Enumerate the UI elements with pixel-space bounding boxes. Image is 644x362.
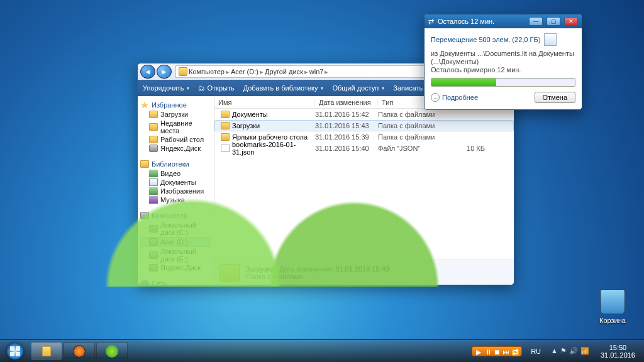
pages-icon xyxy=(544,33,557,46)
recycle-bin-label: Корзина xyxy=(594,317,631,324)
dialog-heading: Перемещение 500 элем. (22,0 ГБ) xyxy=(431,33,575,46)
svg-point-0 xyxy=(7,343,23,359)
breadcrumb[interactable]: Компьютер▸ Acer (D:)▸ Другой диск▸ win7▸ xyxy=(175,65,456,78)
start-button[interactable] xyxy=(0,340,30,362)
folder-icon xyxy=(221,133,230,141)
file-row[interactable]: bookmarks-2016-01-31.json31.01.2016 15:4… xyxy=(214,143,514,154)
folder-icon xyxy=(221,122,230,129)
system-tray: ▶⏸⏹⏭🔁 RU ▲⚑🔊📶 15:50 31.01.2016 xyxy=(467,340,644,362)
sidebar-network-header[interactable]: Сеть xyxy=(140,278,211,285)
toolbar-add-library[interactable]: Добавить в библиотеку xyxy=(243,84,324,92)
sidebar-item[interactable]: Рабочий стол xyxy=(140,135,211,144)
file-row[interactable]: Документы31.01.2016 15:42Папка с файлами xyxy=(214,109,514,120)
folder-icon xyxy=(179,67,187,76)
minimize-button[interactable]: — xyxy=(529,17,543,26)
sidebar-item[interactable]: Локальный диск (C:) xyxy=(140,221,211,237)
folder-icon xyxy=(219,264,240,282)
sidebar-item[interactable]: Недавние места xyxy=(140,119,211,135)
sidebar-item[interactable]: Загрузки xyxy=(140,110,211,119)
sidebar-item[interactable]: Яндекс.Диск xyxy=(140,263,211,272)
maximize-button[interactable]: ▢ xyxy=(547,17,560,26)
progress-bar xyxy=(431,78,575,87)
dialog-source-dest: из Документы ...\Documents.lit на Докуме… xyxy=(431,50,575,74)
file-row[interactable]: Загрузки31.01.2016 15:43Папка с файлами xyxy=(214,120,514,131)
taskbar-firefox[interactable] xyxy=(64,342,95,360)
sidebar-libraries-header[interactable]: Библиотеки xyxy=(140,159,211,169)
toolbar-open[interactable]: 🗂Открыть xyxy=(198,84,234,92)
media-controls[interactable]: ▶⏸⏹⏭🔁 xyxy=(472,346,522,356)
cancel-button[interactable]: Отмена xyxy=(535,92,575,103)
file-icon xyxy=(221,145,230,152)
sidebar-favorites-header[interactable]: Избранное xyxy=(140,100,211,110)
toolbar-share[interactable]: Общий доступ xyxy=(332,84,384,92)
folder-icon xyxy=(221,111,230,118)
close-button[interactable]: ✕ xyxy=(564,17,578,26)
sidebar-item[interactable]: Музыка xyxy=(140,195,211,204)
clock[interactable]: 15:50 31.01.2016 xyxy=(597,344,639,359)
file-list: Имя Дата изменения Тип Размер Документы3… xyxy=(214,96,514,285)
dialog-title: Осталось 12 мин. xyxy=(438,18,525,25)
sidebar-item[interactable]: Локальный диск (E:) xyxy=(140,247,211,263)
recycle-bin[interactable]: Корзина xyxy=(594,289,631,324)
nav-back-button[interactable]: ◄ xyxy=(140,65,155,79)
tray-icons[interactable]: ▲⚑🔊📶 xyxy=(550,347,591,355)
nav-forward-button[interactable]: ► xyxy=(157,65,172,79)
taskbar-explorer[interactable] xyxy=(31,342,62,360)
sidebar-item[interactable]: Видео xyxy=(140,169,211,178)
language-indicator[interactable]: RU xyxy=(528,348,543,355)
copy-dialog: ⇄ Осталось 12 мин. — ▢ ✕ Перемещение 500… xyxy=(424,14,582,110)
more-info-toggle[interactable]: ⌄Подробнее xyxy=(431,93,478,102)
sidebar: Избранное Загрузки Недавние места Рабочи… xyxy=(138,96,214,285)
sidebar-item[interactable]: Изображения xyxy=(140,187,211,195)
recycle-bin-icon xyxy=(600,289,625,314)
transfer-icon: ⇄ xyxy=(428,18,434,26)
sidebar-item[interactable]: Документы xyxy=(140,178,211,187)
dialog-titlebar[interactable]: ⇄ Осталось 12 мин. — ▢ ✕ xyxy=(425,14,582,28)
sidebar-item-selected[interactable]: Acer (D:) xyxy=(140,237,211,247)
details-pane: Загрузки Дата изменения: 31.01.2016 15:4… xyxy=(214,260,514,285)
taskbar-app[interactable] xyxy=(96,342,128,360)
sidebar-item[interactable]: Яндекс.Диск xyxy=(140,144,211,153)
taskbar: ▶⏸⏹⏭🔁 RU ▲⚑🔊📶 15:50 31.01.2016 xyxy=(0,339,644,362)
sidebar-computer-header[interactable]: Компьютер xyxy=(140,211,211,221)
desktop: ◄ ► Компьютер▸ Acer (D:)▸ Другой диск▸ w… xyxy=(0,0,644,362)
toolbar-organize[interactable]: Упорядочить xyxy=(143,84,189,92)
